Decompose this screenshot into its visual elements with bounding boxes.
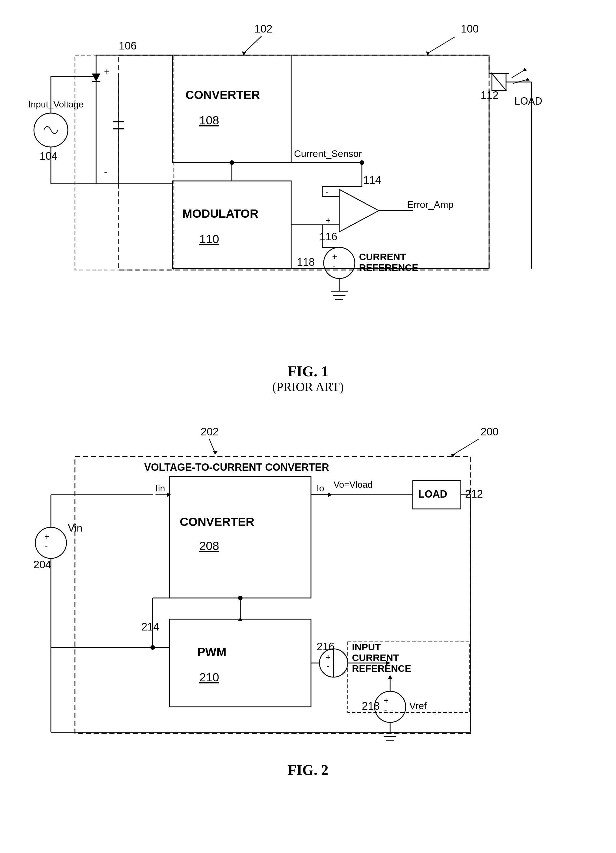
ref214-label: 214 bbox=[141, 621, 159, 633]
pwm-num: 210 bbox=[199, 671, 219, 684]
converter-label-fig1: CONVERTER bbox=[185, 88, 260, 102]
converter-num-fig1: 108 bbox=[199, 114, 219, 127]
svg-marker-22 bbox=[492, 73, 506, 91]
iin-label: Iin bbox=[155, 483, 165, 493]
svg-marker-62 bbox=[212, 451, 218, 455]
io-label: Io bbox=[317, 483, 324, 493]
converter-label-fig2: CONVERTER bbox=[180, 515, 255, 528]
fig2-diagram: 200 202 VOLTAGE-TO-CURRENT CONVERTER + -… bbox=[23, 421, 593, 789]
svg-marker-93 bbox=[388, 675, 392, 679]
current-ref-label2: REFERENCE bbox=[359, 262, 419, 273]
fig1-title: FIG. 1 bbox=[23, 363, 593, 380]
sum-plus: + bbox=[326, 653, 331, 662]
ref114-label: 114 bbox=[363, 174, 381, 186]
modulator-num: 110 bbox=[199, 232, 219, 246]
ref202-label: 202 bbox=[201, 426, 218, 438]
load-label-fig2: LOAD bbox=[419, 488, 447, 500]
svg-marker-32 bbox=[339, 190, 379, 232]
svg-rect-20 bbox=[173, 55, 291, 162]
fig1-subtitle: (PRIOR ART) bbox=[23, 380, 593, 394]
svg-rect-80 bbox=[170, 619, 311, 707]
ref200-label: 200 bbox=[481, 426, 498, 438]
svg-line-61 bbox=[209, 439, 215, 452]
ref106-label: 106 bbox=[119, 40, 137, 52]
svg-marker-27 bbox=[523, 68, 526, 71]
svg-marker-28 bbox=[526, 78, 530, 80]
minus-opamp: - bbox=[326, 187, 328, 196]
page-container: 100 102 106 Input_Voltage 104 bbox=[0, 0, 616, 853]
vref-minus: - bbox=[384, 705, 387, 714]
input-voltage-label: Input_Voltage bbox=[28, 99, 84, 109]
fig1-caption: FIG. 1 (PRIOR ART) bbox=[23, 363, 593, 394]
input-current-ref-label3: REFERENCE bbox=[352, 663, 411, 674]
svg-rect-69 bbox=[170, 477, 311, 598]
svg-line-0 bbox=[427, 37, 455, 54]
cr-plus: + bbox=[332, 252, 337, 261]
ref216-label: 216 bbox=[317, 641, 334, 653]
svg-point-49 bbox=[229, 160, 234, 165]
current-ref-label: CURRENT bbox=[359, 251, 406, 262]
fig2-caption: FIG. 2 bbox=[23, 762, 593, 779]
vin-label: Vin bbox=[68, 522, 82, 534]
ref204-label: 204 bbox=[33, 559, 51, 571]
sum-minus: - bbox=[326, 661, 329, 671]
svg-point-82 bbox=[238, 596, 243, 600]
current-sensor-label: Current_Sensor bbox=[294, 148, 362, 159]
input-current-ref-label1: INPUT bbox=[352, 642, 381, 652]
pwm-label: PWM bbox=[197, 645, 226, 659]
fig1-diagram: 100 102 106 Input_Voltage 104 bbox=[23, 17, 593, 399]
ref104-label: 104 bbox=[39, 150, 58, 162]
svg-line-59 bbox=[452, 439, 479, 455]
load-label-fig1: LOAD bbox=[514, 95, 542, 107]
ref212-label: 212 bbox=[465, 488, 483, 500]
ref218-label: 218 bbox=[362, 700, 380, 712]
vin-minus: - bbox=[45, 541, 48, 550]
vin-plus: + bbox=[44, 532, 50, 541]
svg-line-2 bbox=[243, 36, 261, 54]
svg-point-38 bbox=[324, 247, 355, 278]
converter-num-fig2: 208 bbox=[199, 539, 219, 552]
svg-rect-63 bbox=[75, 457, 471, 734]
vref-plus: + bbox=[384, 696, 389, 705]
svg-rect-45 bbox=[173, 181, 291, 269]
error-amp-label: Error_Amp bbox=[407, 199, 454, 210]
cr-minus: - bbox=[333, 261, 335, 271]
fig2-svg: 200 202 VOLTAGE-TO-CURRENT CONVERTER + -… bbox=[23, 421, 594, 755]
svg-rect-5 bbox=[75, 55, 174, 270]
plus-opamp: + bbox=[326, 216, 331, 225]
ref102-label: 102 bbox=[255, 23, 272, 35]
modulator-label: MODULATOR bbox=[182, 207, 258, 220]
fig2-title: FIG. 2 bbox=[23, 762, 593, 779]
ref112-label: 112 bbox=[481, 90, 498, 101]
svg-marker-68 bbox=[167, 493, 171, 497]
svg-marker-10 bbox=[92, 73, 100, 82]
input-current-ref-label2: CURRENT bbox=[352, 652, 399, 663]
minus-label: - bbox=[104, 167, 107, 177]
vtc-label: VOLTAGE-TO-CURRENT CONVERTER bbox=[144, 461, 329, 473]
plus-label: + bbox=[104, 66, 110, 77]
vref-label: Vref bbox=[409, 700, 427, 711]
ref118-label: 118 bbox=[297, 256, 315, 268]
ref100-label: 100 bbox=[461, 23, 479, 35]
fig1-svg: 100 102 106 Input_Voltage 104 bbox=[23, 17, 594, 356]
vo-vload-label: Vo=Vload bbox=[334, 480, 373, 490]
svg-point-64 bbox=[35, 527, 67, 559]
